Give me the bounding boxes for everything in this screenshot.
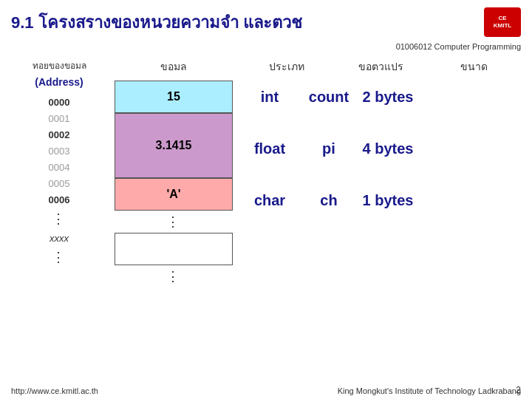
addr-dots-2: ⋮ <box>11 246 107 268</box>
page-title: 9.1 โครงสรางของหนวยความจำ และตวช <box>11 10 302 35</box>
addr-0001: 0001 <box>11 110 107 126</box>
address-sub: (Address) <box>11 76 107 88</box>
subtitle: 01006012 Computer Programming <box>0 42 532 51</box>
addr-0006: 0006 <box>11 191 107 208</box>
mem-cell-ch: 'A' <box>115 178 233 211</box>
size-2bytes: 2 bytes <box>358 89 417 106</box>
type-char: char <box>240 192 299 209</box>
table-row-int: int count 2 bytes <box>240 81 521 113</box>
data-table: ประเภท ขอตวแปร ขนาด int count 2 bytes fl… <box>240 58 521 287</box>
header-type: ประเภท <box>240 58 334 75</box>
addr-0005: 0005 <box>11 175 107 191</box>
header-varname: ขอตวแปร <box>334 58 428 75</box>
addr-0004: 0004 <box>11 159 107 175</box>
varname-pi: pi <box>299 140 358 157</box>
addr-0003: 0003 <box>11 143 107 159</box>
varname-count: count <box>299 89 358 106</box>
memory-dots-1: ⋮ <box>115 214 233 230</box>
footer-url: http://www.ce.kmitl.ac.th <box>11 386 98 395</box>
mem-cell-empty <box>115 233 233 265</box>
main-content: ทอยของขอมล (Address) 0000 0001 0002 0003… <box>0 55 532 291</box>
addr-0002: 0002 <box>11 126 107 143</box>
size-4bytes: 4 bytes <box>358 140 417 157</box>
mem-cell-count: 15 <box>115 81 233 113</box>
type-float: float <box>240 140 299 157</box>
address-header: ทอยของขอมล <box>11 58 107 72</box>
addr-dots-1: ⋮ <box>11 208 107 230</box>
header: 9.1 โครงสรางของหนวยความจำ และตวช CE KMIT… <box>0 0 532 41</box>
size-1bytes: 1 bytes <box>358 192 417 209</box>
logo-text: CE KMITL <box>494 15 511 29</box>
table-row-char: char ch 1 bytes <box>240 184 521 216</box>
table-row-float: float pi 4 bytes <box>240 116 521 181</box>
memory-column: ขอมล 15 3.1415 'A' ⋮ ⋮ <box>115 58 233 287</box>
address-list: 0000 0001 0002 0003 0004 0005 0006 <box>11 94 107 208</box>
addr-0000: 0000 <box>11 94 107 110</box>
memory-block: 15 3.1415 'A' ⋮ ⋮ <box>115 81 233 287</box>
memory-header: ขอมล <box>115 58 233 75</box>
address-column: ทอยของขอมล (Address) 0000 0001 0002 0003… <box>11 58 107 287</box>
table-headers: ประเภท ขอตวแปร ขนาด <box>240 58 521 75</box>
varname-ch: ch <box>299 192 358 209</box>
header-size: ขนาด <box>427 58 521 75</box>
footer: http://www.ce.kmitl.ac.th King Mongkut's… <box>0 386 532 395</box>
logo: CE KMITL <box>484 7 521 37</box>
mem-cell-pi: 3.1415 <box>115 113 233 178</box>
memory-dots-2: ⋮ <box>115 268 233 284</box>
footer-institute: King Mongkut's Institute of Technology L… <box>338 386 521 395</box>
type-int: int <box>240 89 299 106</box>
addr-xxxx: xxxx <box>11 230 107 246</box>
page-number: 2 <box>516 385 521 395</box>
